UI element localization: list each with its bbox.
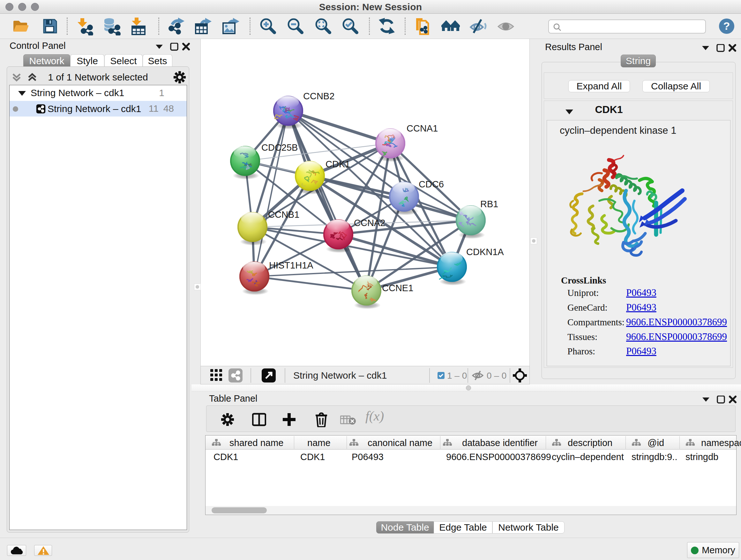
svg-text:HIST1H1A: HIST1H1A bbox=[269, 260, 313, 270]
svg-text:CCNE1: CCNE1 bbox=[382, 283, 413, 293]
svg-text:RB1: RB1 bbox=[480, 199, 498, 209]
svg-text:CDK1: CDK1 bbox=[326, 159, 350, 169]
svg-text:CCNA2: CCNA2 bbox=[354, 218, 385, 228]
svg-text:CDC6: CDC6 bbox=[419, 179, 444, 189]
svg-text:?: ? bbox=[724, 20, 730, 32]
svg-text:CCNA1: CCNA1 bbox=[407, 123, 438, 133]
svg-text:CDKN1A: CDKN1A bbox=[466, 247, 504, 257]
svg-text:CDC25B: CDC25B bbox=[261, 142, 298, 152]
svg-text:CCNB2: CCNB2 bbox=[303, 91, 334, 101]
svg-text:CCNB1: CCNB1 bbox=[268, 209, 299, 220]
